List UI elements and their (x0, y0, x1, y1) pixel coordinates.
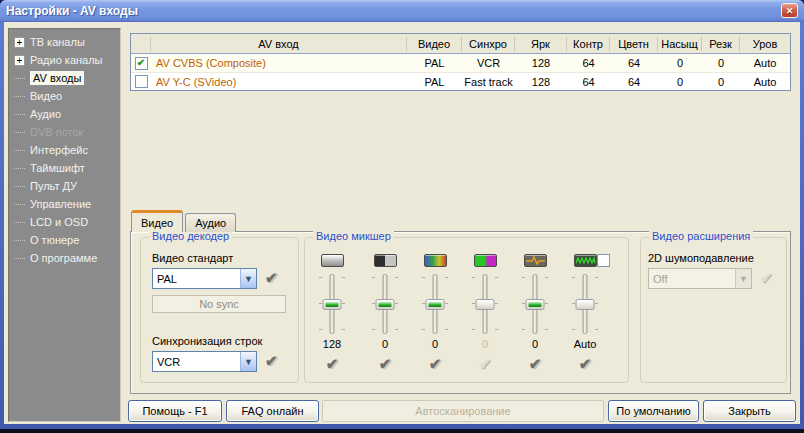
tree-connector (14, 186, 25, 187)
titlebar[interactable]: Настройки - AV входы ✕ (0, 0, 804, 22)
cell-contrast: 64 (567, 76, 610, 88)
table-row[interactable]: ✔ AV CVBS (Composite) PAL VCR 128 64 64 … (131, 54, 790, 72)
noise-reduction-select: Off ▼ (648, 268, 752, 289)
sidebar-item-about-tuner[interactable]: О тюнере (9, 231, 120, 249)
line-sync-select[interactable]: VCR ▼ (152, 351, 257, 372)
column-header-sync[interactable]: Синхро (462, 37, 515, 51)
line-sync-apply-check-icon: ✔ (265, 353, 278, 368)
chevron-down-icon[interactable]: ▼ (240, 352, 256, 371)
tab-audio[interactable]: Аудио (185, 213, 236, 232)
noise-reduction-apply-check-icon: ✔ (760, 270, 773, 285)
sidebar-item-lcd-osd[interactable]: LCD и OSD (9, 213, 120, 231)
cell-sync: Fast track (462, 76, 515, 88)
saturation-value: 0 (410, 338, 460, 350)
expander-plus-icon[interactable]: + (14, 55, 25, 66)
expander-plus-icon[interactable]: + (14, 37, 25, 48)
sidebar-item-audio[interactable]: Аудио (9, 105, 120, 123)
video-standard-select[interactable]: PAL ▼ (152, 268, 257, 289)
tree-connector (14, 168, 25, 169)
saturation-apply-check-icon: ✔ (429, 355, 442, 372)
auto-levels-slider[interactable] (572, 274, 598, 334)
tree-connector (14, 114, 25, 115)
mixer-channel-brightness: 128 ✔ (307, 238, 357, 384)
saturation-slider[interactable] (422, 274, 448, 334)
faq-button[interactable]: FAQ онлайн (226, 400, 319, 422)
row-input-name: AV Y-C (SVideo) (151, 76, 407, 88)
cell-color: 64 (610, 76, 658, 88)
tree-connector (14, 96, 25, 97)
group-title: Видео расширения (649, 230, 753, 242)
slider-thumb[interactable] (526, 299, 545, 310)
column-header-level[interactable]: Уров (740, 37, 790, 51)
brightness-apply-check-icon: ✔ (326, 355, 339, 372)
autoscan-button: Автосканирование (322, 400, 604, 422)
mixer-channel-sharpness: 0 ✔ (510, 238, 560, 384)
video-mixer-group: Видео микшер 128 ✔ 0 ✔ 0 ✔ (304, 237, 629, 383)
cell-level: Auto (740, 57, 790, 69)
chevron-down-icon[interactable]: ▼ (240, 269, 256, 288)
chevron-down-icon: ▼ (735, 269, 751, 288)
tree-connector (14, 222, 25, 223)
cell-video: PAL (407, 76, 462, 88)
video-standard-apply-check-icon: ✔ (265, 270, 278, 285)
column-header-brightness[interactable]: Ярк (515, 37, 567, 51)
mixer-channel-hue: 0 ✔ (460, 238, 510, 384)
cell-saturation: 0 (658, 76, 702, 88)
row-input-name: AV CVBS (Composite) (151, 57, 407, 69)
column-header-video[interactable]: Видео (407, 37, 462, 51)
slider-thumb (476, 299, 495, 310)
mixer-channel-saturation: 0 ✔ (410, 238, 460, 384)
sidebar-item-radio-channels[interactable]: +Радио каналы (9, 51, 120, 69)
column-header-saturation[interactable]: Насыщ (658, 37, 702, 51)
auto-levels-value: Auto (560, 338, 610, 350)
defaults-button[interactable]: По умолчанию (608, 400, 699, 422)
sidebar-item-about-program[interactable]: О программе (9, 249, 120, 267)
sharpness-apply-check-icon: ✔ (529, 355, 542, 372)
column-header-sharpness[interactable]: Резк (702, 37, 740, 51)
close-button[interactable]: Закрыть (703, 400, 796, 422)
row-checkbox-unchecked[interactable] (135, 75, 148, 88)
auto-levels-checkbox[interactable] (597, 254, 610, 267)
cell-sharpness: 0 (702, 57, 740, 69)
slider-thumb[interactable] (323, 299, 342, 310)
sidebar-item-management[interactable]: Управление (9, 195, 120, 213)
titlebar-close-button[interactable]: ✕ (781, 3, 798, 18)
table-row[interactable]: AV Y-C (SVideo) PAL Fast track 128 64 64… (131, 72, 790, 90)
cell-brightness: 128 (515, 76, 567, 88)
cell-contrast: 64 (567, 57, 610, 69)
hue-slider (472, 274, 498, 334)
row-checkbox-checked[interactable]: ✔ (135, 57, 148, 70)
sidebar-item-av-inputs[interactable]: AV входы (9, 69, 120, 87)
video-standard-value: PAL (153, 269, 240, 288)
brightness-value: 128 (307, 338, 357, 350)
column-header-av-input[interactable]: AV вход (151, 37, 407, 51)
sidebar-item-interface[interactable]: Интерфейс (9, 141, 120, 159)
sharpness-icon (524, 254, 547, 267)
saturation-icon (424, 254, 447, 267)
cell-video: PAL (407, 57, 462, 69)
slider-thumb[interactable] (426, 299, 445, 310)
contrast-slider[interactable] (372, 274, 398, 334)
sidebar-item-remote-control[interactable]: Пульт ДУ (9, 177, 120, 195)
settings-window: Настройки - AV входы ✕ +ТВ каналы +Радио… (0, 0, 804, 429)
tab-video[interactable]: Видео (131, 210, 183, 232)
sidebar-tree: +ТВ каналы +Радио каналы AV входы Видео … (8, 28, 121, 422)
contrast-value: 0 (360, 338, 410, 350)
sharpness-slider[interactable] (522, 274, 548, 334)
sidebar-item-tv-channels[interactable]: +ТВ каналы (9, 33, 120, 51)
help-button[interactable]: Помощь - F1 (128, 400, 222, 422)
column-header-checkbox (131, 37, 151, 51)
slider-thumb[interactable] (376, 299, 395, 310)
sidebar-item-timeshift[interactable]: Таймшифт (9, 159, 120, 177)
column-header-color[interactable]: Цветн (610, 37, 658, 51)
cell-brightness: 128 (515, 57, 567, 69)
sidebar-item-video[interactable]: Видео (9, 87, 120, 105)
cell-sync: VCR (462, 57, 515, 69)
close-icon: ✕ (786, 6, 794, 16)
column-header-contrast[interactable]: Контр (567, 37, 610, 51)
tree-connector (14, 240, 25, 241)
mixer-channel-contrast: 0 ✔ (360, 238, 410, 384)
hue-value: 0 (460, 338, 510, 350)
brightness-slider[interactable] (319, 274, 345, 334)
slider-thumb[interactable] (576, 299, 595, 310)
